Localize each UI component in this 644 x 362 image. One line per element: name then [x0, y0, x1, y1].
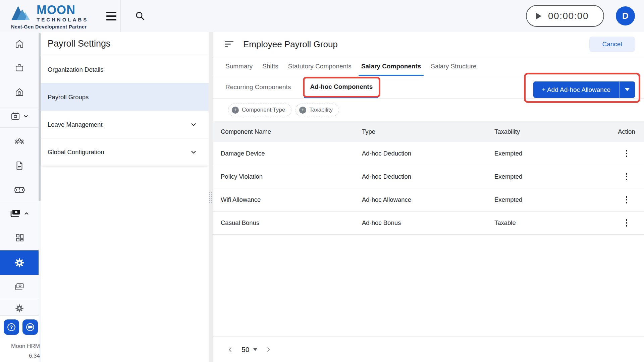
panel-resize-handle[interactable] [209, 189, 212, 205]
sidebar-divider [0, 127, 39, 128]
app-name-label: Moon HRM [0, 343, 40, 350]
tab-salary-structure[interactable]: Salary Structure [431, 57, 476, 76]
logo-mountain-icon [11, 3, 32, 20]
page-size-value: 50 [241, 346, 249, 354]
tab-bar: Summary Shifts Statutory Components Sala… [213, 57, 644, 76]
settings-item-payroll-groups[interactable]: Payroll Groups [41, 83, 209, 111]
table-row-wifi-allowance[interactable]: Wifi Allowance Ad-hoc Allowance Exempted [213, 188, 644, 212]
logo-brand-text: MOON [37, 4, 88, 16]
sidebar-item-work-from-home[interactable] [0, 87, 39, 98]
panel-title: Payroll Settings [41, 32, 209, 56]
table-header: Component Name Type Taxability Action [213, 121, 644, 142]
sidebar-divider [0, 202, 39, 202]
sidebar-item-payroll[interactable] [0, 207, 39, 220]
topbar-divider [120, 0, 121, 32]
column-component-name: Component Name [221, 128, 362, 135]
sidebar-item-payroll-settings-active[interactable] [0, 250, 39, 275]
page-size-dropdown[interactable]: 50 [241, 346, 257, 354]
row-actions-menu-icon[interactable] [622, 219, 631, 227]
icon-sidebar: ? Moon HRM 6.34 [0, 32, 39, 362]
settings-item-global-configuration[interactable]: Global Configuration [41, 138, 209, 166]
caret-down-icon [253, 348, 257, 351]
sidebar-divider [0, 108, 39, 108]
moon-hrm-app: MOON TECHNOLABS Next-Gen Development Par… [0, 0, 644, 362]
sidebar-divider [0, 315, 39, 316]
caret-down-icon [625, 88, 630, 91]
chevron-down-icon [23, 113, 29, 119]
chevron-down-icon [190, 148, 197, 156]
chat-button[interactable] [22, 319, 38, 335]
sidebar-divider [0, 299, 39, 299]
add-adhoc-allowance-button[interactable]: + Add Ad-hoc Allowance [533, 81, 620, 98]
plus-icon: + [232, 107, 239, 114]
page-title: Employee Payroll Group [243, 39, 338, 50]
filter-chip-taxability[interactable]: + Taxability [296, 104, 339, 116]
row-actions-menu-icon[interactable] [622, 195, 631, 204]
sidebar-divider [0, 337, 39, 337]
user-avatar[interactable]: D [616, 6, 635, 25]
table-row-policy-violation[interactable]: Policy Violation Ad-hoc Deduction Exempt… [213, 165, 644, 188]
sidebar-item-payruns[interactable] [0, 282, 39, 292]
logo-tagline: Next-Gen Development Partner [11, 24, 88, 29]
sidebar-item-payroll-dashboard[interactable] [0, 232, 39, 243]
sidebar-item-global-settings[interactable] [0, 303, 39, 313]
top-bar: MOON TECHNOLABS Next-Gen Development Par… [0, 0, 644, 32]
table-row-casual-bonus[interactable]: Casual Bonus Ad-hoc Bonus Taxable [213, 212, 644, 235]
previous-page-icon[interactable] [226, 345, 235, 354]
tab-shifts[interactable]: Shifts [262, 57, 278, 76]
tab-statutory-components[interactable]: Statutory Components [288, 57, 352, 76]
sidebar-scrollbar[interactable] [39, 33, 41, 201]
hamburger-menu-icon[interactable] [106, 12, 116, 20]
sort-icon[interactable] [225, 41, 234, 48]
gear-icon [14, 303, 24, 313]
sidebar-item-tickets[interactable] [0, 184, 39, 195]
subtab-bar: Recurring Components Ad-hoc Components +… [213, 76, 644, 99]
column-type: Type [362, 128, 494, 135]
chevron-up-icon [23, 210, 30, 217]
filter-bar: + Component Type + Taxability [213, 99, 644, 121]
main-content: Employee Payroll Group Cancel Summary Sh… [213, 32, 644, 362]
help-button[interactable]: ? [4, 319, 19, 335]
plus-icon: + [299, 107, 306, 114]
settings-gear-icon [14, 257, 25, 268]
svg-text:?: ? [10, 324, 13, 330]
logo-sub-text: TECHNOLABS [37, 17, 88, 22]
play-icon[interactable] [536, 13, 541, 19]
time-tracker-widget[interactable]: 00:00:00 [526, 5, 604, 27]
sidebar-item-jobs[interactable] [0, 63, 39, 73]
sidebar-item-home[interactable] [0, 39, 39, 49]
settings-item-organization-details[interactable]: Organization Details [41, 56, 209, 83]
payroll-settings-panel: Payroll Settings Organization Details Pa… [41, 32, 209, 362]
row-actions-menu-icon[interactable] [622, 149, 631, 158]
search-icon[interactable] [135, 11, 146, 21]
chevron-down-icon [190, 121, 197, 128]
moon-technolabs-logo: MOON TECHNOLABS Next-Gen Development Par… [11, 3, 88, 29]
question-mark-icon: ? [6, 322, 16, 332]
column-taxability: Taxability [494, 128, 612, 135]
app-version-label: 6.34 [0, 353, 40, 359]
add-adhoc-allowance-split-button: + Add Ad-hoc Allowance [533, 81, 635, 98]
subtab-recurring-components[interactable]: Recurring Components [225, 76, 291, 98]
sidebar-item-documents[interactable] [0, 160, 39, 171]
tab-salary-components[interactable]: Salary Components [361, 57, 421, 76]
cancel-button[interactable]: Cancel [589, 37, 635, 52]
settings-item-leave-management[interactable]: Leave Management [41, 111, 209, 138]
column-action: Action [612, 128, 644, 135]
timer-value: 00:00:00 [548, 11, 589, 21]
filter-chip-component-type[interactable]: + Component Type [228, 104, 291, 116]
sidebar-item-employees[interactable] [0, 136, 39, 147]
add-allowance-dropdown-toggle[interactable] [620, 81, 635, 98]
row-actions-menu-icon[interactable] [622, 172, 631, 181]
next-page-icon[interactable] [264, 345, 273, 354]
pagination-bar: 50 [213, 337, 644, 362]
sidebar-item-leave-attendance[interactable] [0, 111, 39, 122]
subtab-adhoc-components[interactable]: Ad-hoc Components [304, 76, 378, 98]
chat-bubble-icon [25, 322, 35, 332]
content-header: Employee Payroll Group Cancel [213, 32, 644, 57]
tab-summary[interactable]: Summary [225, 57, 253, 76]
table-row-damage-device[interactable]: Damage Device Ad-hoc Deduction Exempted [213, 142, 644, 165]
